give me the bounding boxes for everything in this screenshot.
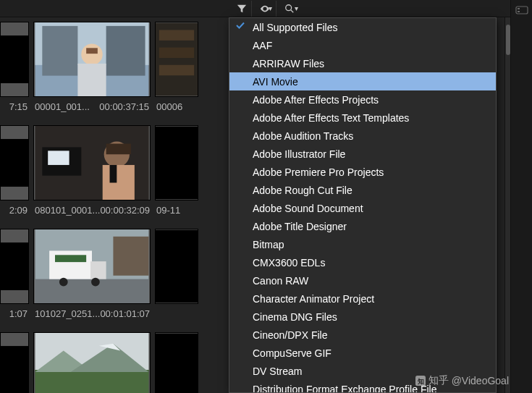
filter-option-label: Bitmap: [253, 239, 284, 250]
funnel-icon: [237, 4, 247, 14]
clip-duration: 00:00:37:15: [99, 101, 149, 112]
svg-rect-30: [113, 237, 148, 276]
clip-thumbnail[interactable]: [155, 125, 198, 200]
clip-cell[interactable]: 2:09: [0, 125, 29, 216]
filter-option[interactable]: Adobe After Effects Text Templates: [229, 109, 496, 127]
clip-thumbnail[interactable]: [0, 332, 29, 393]
clip-cell[interactable]: [0, 332, 29, 393]
filter-option[interactable]: Adobe Sound Document: [229, 199, 496, 217]
clip-cell[interactable]: 080101_0001...00:00:32:09: [33, 125, 151, 216]
filter-option[interactable]: Bitmap: [229, 235, 496, 253]
svg-rect-6: [106, 26, 145, 76]
clip-cell[interactable]: [155, 229, 198, 319]
clip-thumbnail[interactable]: [0, 229, 29, 304]
file-type-filter-dropdown[interactable]: All Supported FilesAAFARRIRAW FilesAVI M…: [229, 17, 497, 393]
filter-option[interactable]: Adobe Audition Tracks: [229, 127, 496, 145]
svg-rect-22: [156, 127, 198, 200]
svg-rect-17: [48, 151, 69, 165]
svg-rect-12: [159, 48, 194, 59]
filter-option-label: AVI Movie: [253, 76, 298, 88]
clip-labels: 101027_0251...00:01:01:07: [33, 304, 151, 319]
filter-option-label: Adobe After Effects Text Templates: [253, 112, 409, 124]
clip-duration: 00:00:32:09: [100, 205, 150, 216]
svg-rect-33: [1, 346, 28, 393]
svg-rect-32: [156, 230, 198, 303]
svg-rect-41: [518, 8, 520, 9]
check-icon: [235, 20, 247, 32]
svg-rect-21: [106, 144, 131, 155]
clip-labels: 09-11: [155, 200, 198, 216]
filter-option-label: AAF: [253, 40, 272, 51]
filter-option-label: ARRIRAW Files: [253, 58, 324, 69]
svg-rect-2: [1, 35, 28, 83]
clip-thumbnail[interactable]: [155, 229, 198, 304]
watermark-user: @VideoGoal: [452, 375, 509, 386]
clip-thumbnail[interactable]: [33, 332, 151, 393]
filter-option-label: Adobe Rough Cut File: [253, 185, 352, 196]
svg-rect-23: [1, 242, 28, 290]
clip-thumbnail[interactable]: [0, 125, 29, 200]
search-icon: [284, 4, 295, 14]
filter-option-label: Distribution Format Exchange Profile Fil…: [253, 384, 436, 394]
watermark: 知 知乎 @VideoGoal: [415, 374, 509, 387]
filter-option[interactable]: Cineon/DPX File: [229, 326, 496, 344]
svg-rect-39: [156, 334, 198, 393]
clip-thumbnail[interactable]: [33, 125, 151, 200]
filter-option[interactable]: Character Animator Project: [229, 290, 496, 308]
svg-point-29: [91, 278, 100, 287]
clip-thumbnail[interactable]: [33, 22, 151, 97]
watermark-brand: 知乎: [428, 374, 449, 387]
filter-option[interactable]: Adobe Rough Cut File: [229, 181, 496, 199]
filter-option[interactable]: AVI Movie: [229, 72, 496, 90]
svg-point-0: [285, 4, 291, 10]
clip-labels: 2:09: [0, 200, 29, 216]
svg-rect-8: [77, 64, 106, 96]
search-button[interactable]: ▾: [281, 1, 301, 17]
filter-button[interactable]: [232, 1, 252, 17]
svg-rect-26: [49, 250, 92, 279]
clip-duration: 00:01:01:07: [100, 308, 150, 319]
clip-labels: 00001_001...00:00:37:15: [33, 97, 151, 112]
side-panel: [510, 0, 532, 393]
filter-option-label: Adobe After Effects Projects: [253, 94, 379, 106]
clip-cell[interactable]: 00006: [155, 22, 198, 112]
filter-option[interactable]: Adobe Title Designer: [229, 217, 496, 235]
clip-thumbnail[interactable]: [0, 22, 29, 97]
visibility-button[interactable]: ▾: [256, 1, 276, 17]
clip-thumbnail[interactable]: [33, 229, 151, 304]
filter-option[interactable]: Adobe After Effects Projects: [229, 90, 496, 109]
filter-option[interactable]: Canon RAW: [229, 271, 496, 290]
svg-text:知: 知: [416, 378, 423, 385]
svg-rect-11: [159, 30, 194, 41]
filter-option[interactable]: Adobe Illustrator File: [229, 145, 496, 163]
svg-rect-35: [35, 370, 149, 393]
filter-option[interactable]: AAF: [229, 36, 496, 54]
filter-option-label: Adobe Illustrator File: [253, 148, 345, 160]
clip-cell[interactable]: 00001_001...00:00:37:15: [33, 22, 151, 112]
clip-button[interactable]: [515, 3, 529, 17]
clip-cell[interactable]: 1:07: [0, 229, 29, 319]
vertical-scrollbar[interactable]: [504, 17, 510, 393]
clip-cell[interactable]: [155, 332, 198, 393]
filter-option[interactable]: ARRIRAW Files: [229, 54, 496, 72]
filter-option[interactable]: Cinema DNG Files: [229, 308, 496, 326]
filter-option-label: Adobe Audition Tracks: [253, 130, 353, 142]
svg-line-1: [290, 9, 293, 12]
filter-option[interactable]: CMX3600 EDLs: [229, 253, 496, 271]
filter-option[interactable]: All Supported Files: [229, 18, 496, 36]
clip-name: 00006: [156, 101, 182, 112]
clip-thumbnail[interactable]: [155, 22, 198, 97]
filter-option-label: Adobe Title Designer: [253, 221, 347, 232]
clip-cell[interactable]: 7:15: [0, 22, 29, 112]
clip-cell[interactable]: 101027_0251...00:01:01:07: [33, 229, 151, 319]
clip-thumbnail[interactable]: [155, 332, 198, 393]
clip-cell[interactable]: 09-11: [155, 125, 198, 216]
filter-option-label: Canon RAW: [253, 275, 308, 287]
svg-rect-19: [103, 165, 135, 200]
filter-option-label: CMX3600 EDLs: [253, 257, 325, 269]
clip-duration: 2:09: [9, 205, 28, 216]
filter-option[interactable]: Adobe Premiere Pro Projects: [229, 163, 496, 181]
filter-option-label: Cinema DNG Files: [253, 311, 337, 323]
clip-cell[interactable]: [33, 332, 151, 393]
filter-option[interactable]: CompuServe GIF: [229, 344, 496, 362]
